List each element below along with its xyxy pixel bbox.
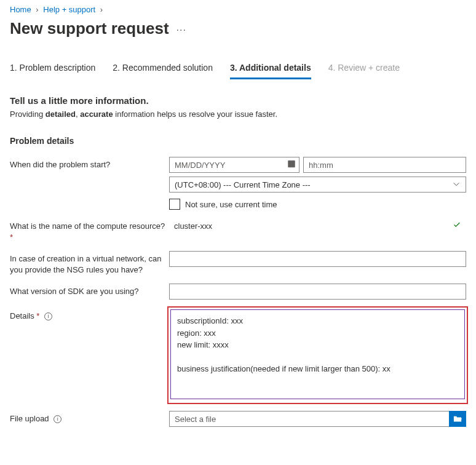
label-when-start: When did the problem start?: [10, 157, 169, 170]
timezone-value: (UTC+08:00) --- Current Time Zone ---: [175, 180, 311, 189]
notsure-checkbox[interactable]: [169, 199, 180, 210]
helper-text: information helps us resolve your issue …: [113, 109, 277, 119]
required-marker: *: [36, 311, 39, 320]
required-marker: *: [10, 232, 13, 242]
section-helper: Providing detailed, accurate information…: [10, 109, 466, 119]
file-input[interactable]: Select a file: [169, 411, 449, 427]
more-actions-button[interactable]: ···: [177, 25, 186, 36]
compute-name-input[interactable]: [169, 218, 451, 233]
breadcrumb-home[interactable]: Home: [10, 5, 31, 14]
time-input[interactable]: [303, 157, 466, 173]
details-highlight-box: [167, 306, 468, 404]
label-text: File upload: [10, 414, 51, 423]
breadcrumb: Home › Help + support ›: [10, 5, 466, 14]
wizard-tabs: 1. Problem description 2. Recommended so…: [10, 60, 466, 79]
nsg-rules-input[interactable]: [169, 251, 466, 267]
info-icon[interactable]: i: [44, 312, 52, 320]
helper-text: Providing: [10, 109, 46, 119]
chevron-right-icon: ›: [100, 5, 103, 14]
label-compute-name: What is the name of the compute resource…: [10, 218, 169, 242]
group-problem-details: Problem details: [10, 136, 466, 146]
breadcrumb-help-support[interactable]: Help + support: [43, 5, 95, 14]
tab-review-create: 4. Review + create: [328, 60, 400, 79]
page-title: New support request: [10, 19, 169, 38]
label-text: What is the name of the compute resource…: [10, 221, 165, 231]
file-browse-button[interactable]: [449, 411, 466, 427]
helper-text-bold: accurate: [80, 109, 113, 119]
helper-text-bold: detailed: [46, 109, 76, 119]
tab-recommended-solution[interactable]: 2. Recommended solution: [113, 60, 213, 79]
folder-open-icon: [453, 415, 462, 423]
tab-problem-description[interactable]: 1. Problem description: [10, 60, 95, 79]
label-file-upload: File upload i: [10, 411, 169, 424]
file-placeholder: Select a file: [175, 415, 216, 424]
timezone-select[interactable]: (UTC+08:00) --- Current Time Zone ---: [169, 177, 466, 193]
chevron-down-icon: [452, 180, 461, 190]
tab-additional-details[interactable]: 3. Additional details: [230, 60, 311, 79]
info-icon[interactable]: i: [54, 415, 61, 423]
label-sdk-version: What version of SDK are you using?: [10, 284, 169, 297]
label-text: Details: [10, 311, 36, 320]
chevron-right-icon: ›: [36, 5, 38, 14]
notsure-label: Not sure, use current time: [185, 200, 277, 209]
sdk-version-input[interactable]: [169, 284, 466, 300]
details-textarea[interactable]: [170, 309, 465, 399]
check-icon: [453, 221, 461, 231]
date-input[interactable]: [169, 157, 299, 173]
section-heading: Tell us a little more information.: [10, 95, 466, 106]
label-nsg-rules: In case of creation in a virtual network…: [10, 251, 169, 275]
label-details: Details * i: [10, 308, 169, 322]
